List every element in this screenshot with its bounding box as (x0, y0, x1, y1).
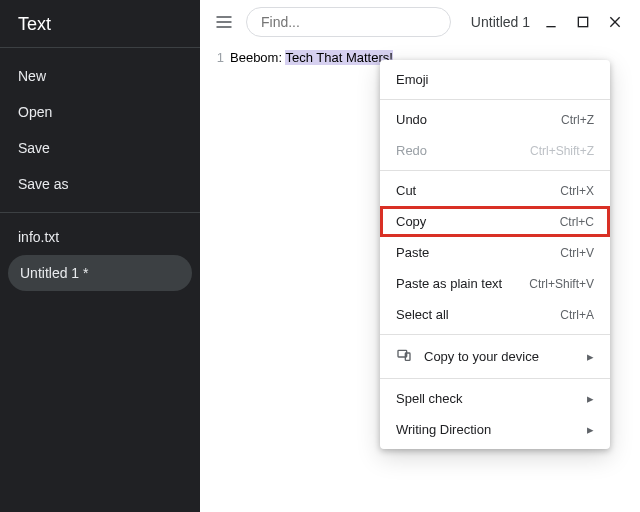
ctx-paste[interactable]: Paste Ctrl+V (380, 237, 610, 268)
ctx-paste-plain[interactable]: Paste as plain text Ctrl+Shift+V (380, 268, 610, 299)
ctx-label: Cut (396, 183, 416, 198)
file-item-active[interactable]: Untitled 1 * (8, 255, 192, 291)
line-number: 1 (200, 48, 230, 512)
ctx-shortcut: Ctrl+X (560, 184, 594, 198)
minimize-icon[interactable] (542, 13, 560, 31)
ctx-writing-direction[interactable]: Writing Direction ▸ (380, 414, 610, 445)
ctx-spell-check[interactable]: Spell check ▸ (380, 383, 610, 414)
ctx-label: Redo (396, 143, 427, 158)
divider (380, 170, 610, 171)
ctx-shortcut: Ctrl+Z (561, 113, 594, 127)
ctx-label: Writing Direction (396, 422, 491, 437)
close-icon[interactable] (606, 13, 624, 31)
sidebar-item-save[interactable]: Save (0, 130, 200, 166)
ctx-undo[interactable]: Undo Ctrl+Z (380, 104, 610, 135)
divider (380, 334, 610, 335)
context-menu: Emoji Undo Ctrl+Z Redo Ctrl+Shift+Z Cut … (380, 60, 610, 449)
hamburger-icon[interactable] (210, 8, 238, 36)
ctx-copy[interactable]: Copy Ctrl+C (380, 206, 610, 237)
chevron-right-icon: ▸ (587, 391, 594, 406)
toolbar: Untitled 1 (200, 0, 640, 44)
sidebar-item-new[interactable]: New (0, 58, 200, 94)
ctx-label: Copy to your device (424, 349, 539, 364)
sidebar-actions: New Open Save Save as (0, 48, 200, 212)
tab-title: Untitled 1 (471, 14, 534, 30)
ctx-copy-device[interactable]: Copy to your device ▸ (380, 339, 610, 374)
window-controls (542, 13, 630, 31)
sidebar: Text New Open Save Save as info.txt Unti… (0, 0, 200, 512)
ctx-select-all[interactable]: Select all Ctrl+A (380, 299, 610, 330)
ctx-label: Select all (396, 307, 449, 322)
ctx-label: Undo (396, 112, 427, 127)
main-area: Untitled 1 1 Beebom: Tech That Matters! … (200, 0, 640, 512)
divider (380, 378, 610, 379)
ctx-label: Copy (396, 214, 426, 229)
ctx-redo: Redo Ctrl+Shift+Z (380, 135, 610, 166)
ctx-shortcut: Ctrl+A (560, 308, 594, 322)
ctx-shortcut: Ctrl+C (560, 215, 594, 229)
chevron-right-icon: ▸ (587, 422, 594, 437)
ctx-label: Paste (396, 245, 429, 260)
sidebar-item-save-as[interactable]: Save as (0, 166, 200, 202)
devices-icon (396, 347, 412, 366)
app-title: Text (0, 0, 200, 47)
file-item[interactable]: info.txt (0, 219, 200, 255)
code-selection: Tech That Matters! (285, 50, 392, 65)
find-input[interactable] (246, 7, 451, 37)
ctx-shortcut: Ctrl+Shift+Z (530, 144, 594, 158)
divider (380, 99, 610, 100)
ctx-label: Paste as plain text (396, 276, 502, 291)
sidebar-item-open[interactable]: Open (0, 94, 200, 130)
ctx-shortcut: Ctrl+Shift+V (529, 277, 594, 291)
chevron-right-icon: ▸ (587, 349, 594, 364)
svg-rect-4 (578, 17, 587, 26)
code-prefix: Beebom: (230, 50, 285, 65)
ctx-label: Spell check (396, 391, 462, 406)
ctx-emoji[interactable]: Emoji (380, 64, 610, 95)
sidebar-files: info.txt Untitled 1 * (0, 213, 200, 311)
maximize-icon[interactable] (574, 13, 592, 31)
ctx-label: Emoji (396, 72, 429, 87)
ctx-cut[interactable]: Cut Ctrl+X (380, 175, 610, 206)
ctx-shortcut: Ctrl+V (560, 246, 594, 260)
